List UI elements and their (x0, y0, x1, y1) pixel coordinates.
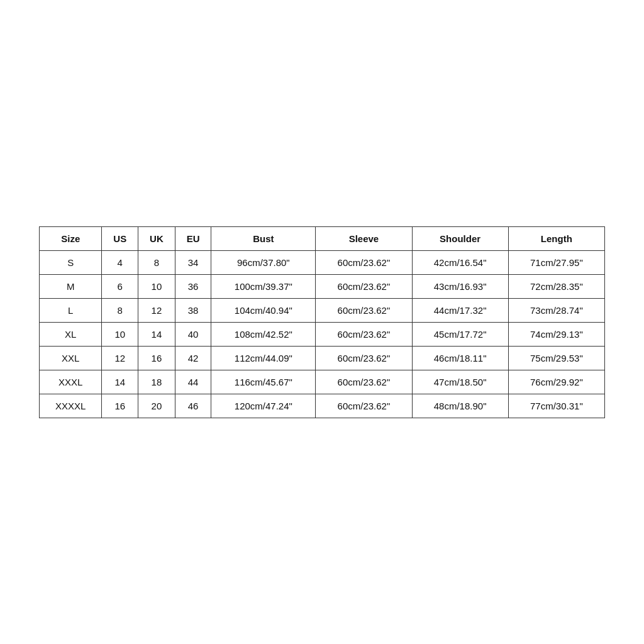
header-us: US (102, 226, 138, 250)
cell-6-0: XXXXL (40, 394, 102, 418)
cell-3-7: 74cm/29.13" (508, 322, 604, 346)
cell-4-4: 112cm/44.09" (211, 346, 316, 370)
cell-2-0: L (40, 298, 102, 322)
cell-5-5: 60cm/23.62" (316, 370, 412, 394)
cell-6-5: 60cm/23.62" (316, 394, 412, 418)
cell-0-1: 4 (102, 250, 138, 274)
cell-1-5: 60cm/23.62" (316, 274, 412, 298)
cell-0-5: 60cm/23.62" (316, 250, 412, 274)
cell-5-6: 47cm/18.50" (412, 370, 508, 394)
cell-3-1: 10 (102, 322, 138, 346)
table-row: S483496cm/37.80"60cm/23.62"42cm/16.54"71… (40, 250, 605, 274)
cell-3-5: 60cm/23.62" (316, 322, 412, 346)
cell-2-4: 104cm/40.94" (211, 298, 316, 322)
cell-2-5: 60cm/23.62" (316, 298, 412, 322)
cell-5-4: 116cm/45.67" (211, 370, 316, 394)
cell-6-2: 20 (138, 394, 175, 418)
table-row: L81238104cm/40.94"60cm/23.62"44cm/17.32"… (40, 298, 605, 322)
cell-5-1: 14 (102, 370, 138, 394)
cell-4-7: 75cm/29.53" (508, 346, 604, 370)
cell-0-3: 34 (175, 250, 211, 274)
table-row: XXXL141844116cm/45.67"60cm/23.62"47cm/18… (40, 370, 605, 394)
cell-4-1: 12 (102, 346, 138, 370)
cell-0-6: 42cm/16.54" (412, 250, 508, 274)
cell-5-0: XXXL (40, 370, 102, 394)
header-sleeve: Sleeve (316, 226, 412, 250)
cell-4-6: 46cm/18.11" (412, 346, 508, 370)
cell-5-2: 18 (138, 370, 175, 394)
cell-2-6: 44cm/17.32" (412, 298, 508, 322)
cell-6-4: 120cm/47.24" (211, 394, 316, 418)
cell-4-2: 16 (138, 346, 175, 370)
header-size: Size (40, 226, 102, 250)
cell-5-3: 44 (175, 370, 211, 394)
header-eu: EU (175, 226, 211, 250)
cell-4-0: XXL (40, 346, 102, 370)
header-uk: UK (138, 226, 175, 250)
cell-3-3: 40 (175, 322, 211, 346)
header-bust: Bust (211, 226, 316, 250)
cell-0-7: 71cm/27.95" (508, 250, 604, 274)
table-row: XL101440108cm/42.52"60cm/23.62"45cm/17.7… (40, 322, 605, 346)
cell-6-7: 77cm/30.31" (508, 394, 604, 418)
cell-5-7: 76cm/29.92" (508, 370, 604, 394)
cell-4-5: 60cm/23.62" (316, 346, 412, 370)
cell-2-7: 73cm/28.74" (508, 298, 604, 322)
cell-3-4: 108cm/42.52" (211, 322, 316, 346)
table-row: M61036100cm/39.37"60cm/23.62"43cm/16.93"… (40, 274, 605, 298)
cell-3-6: 45cm/17.72" (412, 322, 508, 346)
table-row: XXL121642112cm/44.09"60cm/23.62"46cm/18.… (40, 346, 605, 370)
size-chart-table: Size US UK EU Bust Sleeve Shoulder Lengt… (39, 226, 605, 418)
cell-6-1: 16 (102, 394, 138, 418)
cell-2-3: 38 (175, 298, 211, 322)
table-header-row: Size US UK EU Bust Sleeve Shoulder Lengt… (40, 226, 605, 250)
cell-1-2: 10 (138, 274, 175, 298)
cell-6-6: 48cm/18.90" (412, 394, 508, 418)
cell-1-4: 100cm/39.37" (211, 274, 316, 298)
cell-3-0: XL (40, 322, 102, 346)
cell-3-2: 14 (138, 322, 175, 346)
cell-2-1: 8 (102, 298, 138, 322)
cell-0-2: 8 (138, 250, 175, 274)
header-length: Length (508, 226, 604, 250)
size-chart-container: Size US UK EU Bust Sleeve Shoulder Lengt… (39, 226, 605, 418)
cell-1-6: 43cm/16.93" (412, 274, 508, 298)
header-shoulder: Shoulder (412, 226, 508, 250)
cell-1-1: 6 (102, 274, 138, 298)
cell-1-3: 36 (175, 274, 211, 298)
table-body: S483496cm/37.80"60cm/23.62"42cm/16.54"71… (40, 250, 605, 418)
cell-4-3: 42 (175, 346, 211, 370)
cell-0-0: S (40, 250, 102, 274)
cell-0-4: 96cm/37.80" (211, 250, 316, 274)
cell-6-3: 46 (175, 394, 211, 418)
table-row: XXXXL162046120cm/47.24"60cm/23.62"48cm/1… (40, 394, 605, 418)
cell-2-2: 12 (138, 298, 175, 322)
cell-1-7: 72cm/28.35" (508, 274, 604, 298)
cell-1-0: M (40, 274, 102, 298)
